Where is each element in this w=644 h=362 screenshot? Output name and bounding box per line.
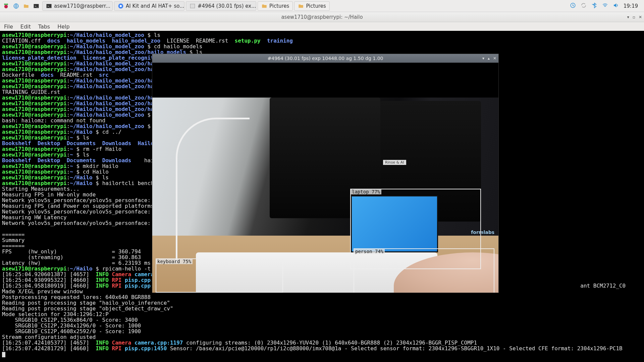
task-label: Pictures: [306, 3, 326, 9]
svg-text:>_: >_: [35, 5, 38, 8]
file-manager-icon[interactable]: [22, 2, 30, 10]
task-label: asew1710@raspberr...: [54, 3, 110, 9]
menu-edit[interactable]: Edit: [20, 23, 31, 30]
updates-icon[interactable]: [570, 2, 576, 10]
detection-label: laptop 77%: [351, 189, 381, 194]
detection-box-2: keyboard 75%: [156, 258, 283, 293]
minimize-icon[interactable]: ▾: [627, 15, 629, 19]
svg-rect-10: [190, 4, 195, 8]
detection-label: person 74%: [354, 249, 385, 254]
svg-point-0: [4, 5, 8, 8]
chromium-icon: [118, 3, 124, 9]
folder-icon: [298, 3, 304, 9]
terminal-icon: >_: [46, 3, 52, 9]
taskbar-item-0[interactable]: >_asew1710@raspberr...: [42, 1, 113, 11]
svg-text:>_: >_: [47, 5, 51, 8]
terminal-titlebar[interactable]: asew1710@raspberrypi: ~/Hailo ▾ ▫ ✕: [0, 12, 644, 22]
system-tray: 19:19: [570, 2, 642, 10]
globe-icon[interactable]: [12, 2, 20, 10]
task-label: AI Kit and AI HAT+ so...: [126, 3, 184, 9]
clock[interactable]: 19:19: [624, 3, 638, 9]
camera-feed: Rinse & AI formlabs laptop 77%person 74%…: [152, 98, 498, 293]
taskbar-windows: >_asew1710@raspberr...AI Kit and AI HAT+…: [42, 1, 331, 11]
camera-preview-window[interactable]: #4964 (30.01 fps) exp 10448.00 ag 1.50 d…: [152, 54, 499, 293]
svg-point-1: [4, 3, 6, 5]
menu-tabs[interactable]: Tabs: [38, 23, 50, 30]
terminal-cursor: [2, 352, 5, 357]
task-label: #4964 (30.01 fps) ex...: [198, 3, 256, 9]
camera-window-controls: ▾ ▴ ✕: [482, 56, 496, 61]
taskbar: >_ >_asew1710@raspberr...AI Kit and AI H…: [0, 0, 644, 12]
terminal-menubar: FileEditTabsHelp: [0, 22, 644, 31]
raspberry-menu-icon[interactable]: [2, 2, 10, 10]
camera-window-titlebar[interactable]: #4964 (30.01 fps) exp 10448.00 ag 1.50 d…: [152, 54, 498, 63]
menu-file[interactable]: File: [4, 23, 13, 30]
printer-label: Rinse & AI: [383, 160, 406, 165]
window-title: asew1710@raspberrypi: ~/Hailo: [281, 14, 363, 20]
detection-box-1: person 74%: [354, 248, 494, 293]
minimize-icon[interactable]: ▾: [482, 56, 484, 61]
detection-label: keyboard 75%: [156, 259, 193, 264]
window-controls: ▾ ▫ ✕: [627, 15, 642, 19]
svg-point-2: [6, 3, 8, 5]
taskbar-item-4[interactable]: Pictures: [294, 1, 329, 11]
maximize-icon[interactable]: ▫: [633, 15, 635, 19]
taskbar-item-3[interactable]: Pictures: [258, 1, 293, 11]
terminal-launcher-icon[interactable]: >_: [32, 2, 40, 10]
wifi-icon[interactable]: [602, 2, 608, 10]
close-icon[interactable]: ✕: [493, 56, 496, 61]
window-icon: [190, 3, 196, 9]
close-icon[interactable]: ✕: [639, 15, 642, 19]
maximize-icon[interactable]: ▴: [488, 56, 490, 61]
volume-icon[interactable]: [613, 2, 619, 10]
camera-black-gap: [152, 63, 498, 98]
folder-icon: [261, 3, 267, 9]
launcher-icons: >_: [2, 2, 40, 10]
bluetooth-icon[interactable]: [591, 2, 597, 10]
menu-help[interactable]: Help: [57, 23, 69, 30]
taskbar-item-1[interactable]: AI Kit and AI HAT+ so...: [114, 1, 184, 11]
sync-icon[interactable]: [581, 2, 587, 10]
task-label: Pictures: [269, 3, 289, 9]
svg-point-9: [120, 5, 122, 7]
taskbar-item-2[interactable]: #4964 (30.01 fps) ex...: [186, 1, 256, 11]
camera-window-title: #4964 (30.01 fps) exp 10448.00 ag 1.50 d…: [268, 56, 383, 61]
